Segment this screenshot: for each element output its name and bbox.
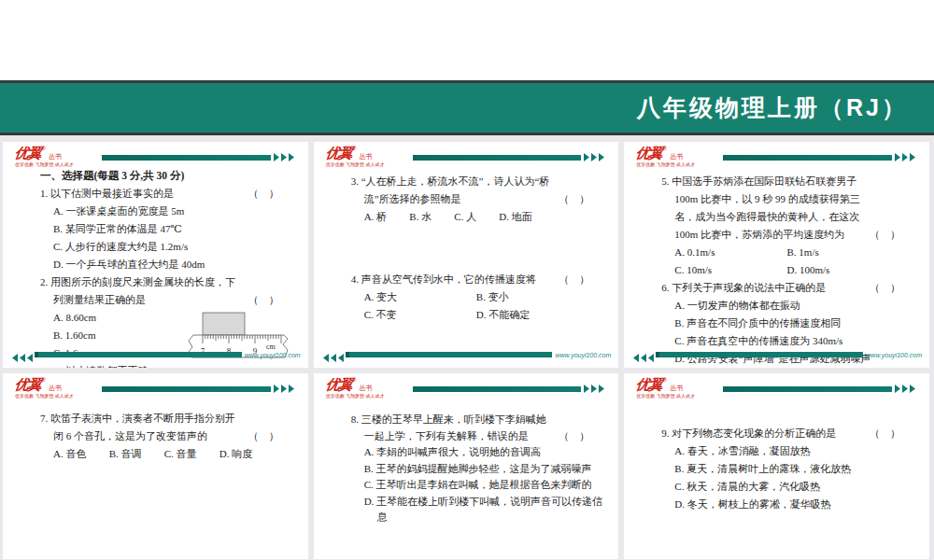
option-d: D. 冬天，树枝上的雾凇，凝华吸热 [674,496,913,513]
question-8-stem: 8. 三楼的王琴早上醒来，听到楼下李娟喊她一起上学，下列有关解释，错误的是（ ） [351,412,603,444]
option-a: A. 变大 [364,288,476,306]
slides-grid: 优翼 ® 丛书 优学优教 飞翔梦想 成人成才 一、选择题(每题 3 分,共 30… [0,135,934,559]
website-url: www.youyi100.com [866,352,922,358]
option-c: C. 王琴听出是李娟在叫喊，她是根据音色来判断的 [364,477,603,494]
header-rule [723,155,892,161]
youyi-logo-text: 优翼 [325,147,353,161]
header-rule [413,155,582,161]
question-9-stem: 9. 对下列物态变化现象的分析正确的是（ ） [661,425,913,442]
book-title: 八年级物理上册（RJ） [637,92,908,123]
series-label: 丛书 [359,385,372,391]
question-4-stem: 4. 声音从空气传到水中，它的传播速度将（ ） [351,271,603,288]
youyi-logo-text: 优翼 [635,147,663,161]
youyi-logo-text: 优翼 [14,378,42,392]
option-c: C. 人步行的速度大约是 1.2m/s [53,238,292,256]
slide-panel-1: 优翼 ® 丛书 优学优教 飞翔梦想 成人成才 一、选择题(每题 3 分,共 30… [3,142,308,368]
youyi-logo: 优翼 ® 丛书 优学优教 飞翔梦想 成人成才 [636,378,718,399]
answer-bracket: （ ） [870,226,900,244]
chevron-right-icon [274,385,296,393]
brand-slogan: 优学优教 飞翔梦想 成人成才 [326,162,408,167]
chevron-right-icon [584,153,606,161]
panel-header: 优翼 ® 丛书 优学优教 飞翔梦想 成人成才 [636,147,917,167]
question-5-stem: 5. 中国选手苏炳添在国际田联钻石联赛男子 100m 比赛中，以 9 秒 99 … [661,173,913,244]
question-1: 1. 以下估测中最接近事实的是（ ） A. 一张课桌桌面的宽度是 5m B. 某… [40,185,292,273]
question-9-options: A. 春天，冰雪消融，凝固放热 B. 夏天，清晨树叶上的露珠，液化放热 C. 秋… [661,442,913,513]
brand-slogan: 优学优教 飞翔梦想 成人成才 [636,162,718,167]
footer-rule [656,352,863,357]
youyi-logo: 优翼 ® 丛书 优学优教 飞翔梦想 成人成才 [15,378,97,399]
question-4-options: A. 变大 B. 变小 C. 不变 D. 不能确定 [351,288,603,324]
chevron-left-icon [10,354,33,362]
series-label: 丛书 [49,153,62,160]
question-3: 3. “人在桥上走，桥流水不流”，诗人认为“桥流”所选择的参照物是（ ） A. … [351,173,603,226]
metal-block [203,313,245,335]
question-5-options: A. 0.1m/s B. 1m/s C. 10m/s D. 100m/s [661,244,913,279]
chevron-left-icon [631,354,654,362]
registered-mark-icon: ® [353,147,357,151]
chevron-right-icon [584,385,606,393]
series-label: 丛书 [49,385,62,391]
panel-footer: www.youyi100.com [631,347,922,362]
registered-mark-icon: ® [663,378,667,383]
website-url: www.youyi100.com [555,352,611,358]
youyi-logo-text: 优翼 [325,378,353,392]
question-6-stem: 6. 下列关于声现象的说法中正确的是（ ） [661,279,913,297]
brand-slogan: 优学优教 飞翔梦想 成人成才 [636,394,718,399]
answer-bracket: （ ） [559,190,589,208]
question-5: 5. 中国选手苏炳添在国际田联钻石联赛男子 100m 比赛中，以 9 秒 99 … [661,173,913,279]
option-c: C. 秋天，清晨的大雾，汽化吸热 [674,478,913,496]
series-label: 丛书 [359,153,372,160]
title-banner: 八年级物理上册（RJ） [0,80,934,135]
option-c: C. 音量 [164,445,197,463]
footer-rule [35,352,242,357]
panel-header: 优翼 ® 丛书 优学优教 飞翔梦想 成人成才 [326,378,607,399]
youyi-logo: 优翼 ® 丛书 优学优教 飞翔梦想 成人成才 [326,147,408,167]
panel-footer: www.youyi100.com [10,347,301,362]
option-c: C. 不变 [364,306,476,324]
question-8: 8. 三楼的王琴早上醒来，听到楼下李娟喊她一起上学，下列有关解释，错误的是（ ）… [351,412,603,526]
series-label: 丛书 [670,153,683,160]
header-rule [723,386,892,392]
youyi-logo-text: 优翼 [635,378,663,392]
option-d: D. 响度 [219,445,252,463]
question-7-stem: 7. 吹笛子表演中，演奏者不断用手指分别开闭 6 个音孔，这是为了改变笛声的（ … [40,410,292,445]
panel-body: 一、选择题(每题 3 分,共 30 分) 1. 以下估测中最接近事实的是（ ） … [15,167,296,368]
option-a: A. 桥 [364,208,387,226]
panel-body: 8. 三楼的王琴早上醒来，听到楼下李娟喊她一起上学，下列有关解释，错误的是（ ）… [326,412,607,526]
option-c: C. 人 [454,208,476,226]
series-label: 丛书 [670,385,683,391]
registered-mark-icon: ® [42,147,46,151]
question-1-stem: 1. 以下估测中最接近事实的是（ ） [40,185,292,203]
registered-mark-icon: ® [663,147,667,151]
panel-header: 优翼 ® 丛书 优学优教 飞翔梦想 成人成才 [15,378,296,399]
question-9: 9. 对下列物态变化现象的分析正确的是（ ） A. 春天，冰雪消融，凝固放热 B… [661,425,913,513]
option-b: B. 水 [409,208,432,226]
option-a: A. 音色 [53,445,86,463]
youyi-logo-text: 优翼 [14,147,42,161]
header-rule [102,155,271,161]
option-b: B. 音调 [109,445,142,463]
option-b: B. 声音在不同介质中的传播速度相同 [674,315,913,332]
option-b: B. 王琴的妈妈提醒她脚步轻些，这是为了减弱噪声 [364,461,603,478]
option-d: D. 以上读数都不正确 [53,362,292,368]
panel-body: 5. 中国选手苏炳添在国际田联钻石联赛男子 100m 比赛中，以 9 秒 99 … [636,173,917,368]
top-white-strip [0,0,934,80]
panel-body: 3. “人在桥上走，桥流水不流”，诗人认为“桥流”所选择的参照物是（ ） A. … [326,173,607,324]
slide-panel-4: 优翼 ® 丛书 优学优教 飞翔梦想 成人成才 7. 吹笛子表演中，演奏者不断用手… [3,373,308,559]
brand-slogan: 优学优教 飞翔梦想 成人成才 [326,394,408,399]
chevron-right-icon [895,385,917,393]
slide-panel-3: 优翼 ® 丛书 优学优教 飞翔梦想 成人成才 5. 中国选手苏炳添在国际田联钻石… [624,142,929,368]
question-8-options: A. 李娟的叫喊声很大，说明她的音调高 B. 王琴的妈妈提醒她脚步轻些，这是为了… [351,444,603,526]
option-d: D. 地面 [499,208,531,226]
chevron-right-icon [274,153,296,161]
answer-bracket: （ ） [248,427,279,445]
option-a: A. 一张课桌桌面的宽度是 5m [53,203,292,220]
website-url: www.youyi100.com [245,352,301,358]
question-1-options: A. 一张课桌桌面的宽度是 5m B. 某同学正常的体温是 47℃ C. 人步行… [40,203,292,273]
option-b: B. 某同学正常的体温是 47℃ [53,220,292,238]
slide-panel-2: 优翼 ® 丛书 优学优教 飞翔梦想 成人成才 3. “人在桥上走，桥流水不流”，… [314,142,619,368]
brand-slogan: 优学优教 飞翔梦想 成人成才 [15,394,97,399]
option-d: D. 不能确定 [476,306,603,324]
option-a: A. 李娟的叫喊声很大，说明她的音调高 [364,444,603,461]
question-4: 4. 声音从空气传到水中，它的传播速度将（ ） A. 变大 B. 变小 C. 不… [351,271,603,324]
